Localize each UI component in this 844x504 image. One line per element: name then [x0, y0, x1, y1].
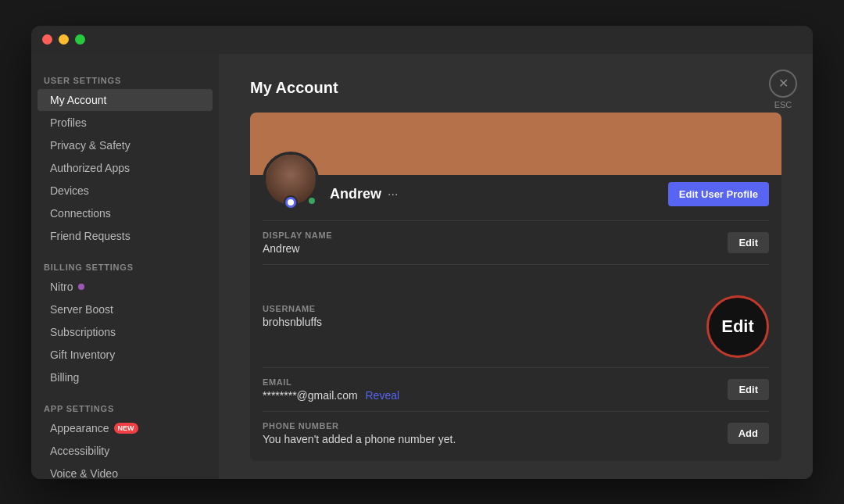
billing-settings-label: BILLING SETTINGS [31, 256, 219, 275]
field-content-username: USERNAME brohsnbluffs [263, 304, 706, 328]
sidebar-item-nitro[interactable]: Nitro [38, 276, 213, 298]
sidebar-item-profiles[interactable]: Profiles [38, 112, 213, 134]
field-value-username: brohsnbluffs [263, 316, 706, 328]
avatar-wrap [263, 152, 319, 208]
field-label-email: EMAIL [263, 377, 728, 387]
profile-info-row: Andrew ··· Edit User Profile [250, 175, 781, 220]
sidebar-item-label: Privacy & Safety [50, 139, 131, 152]
sidebar-item-gift-inventory[interactable]: Gift Inventory [38, 344, 213, 366]
username-display: Andrew [330, 186, 381, 202]
email-masked-value: ********@gmail.com [263, 389, 358, 402]
field-row-username: USERNAME brohsnbluffs Edit Edit [263, 264, 769, 367]
edit-user-profile-button[interactable]: Edit User Profile [668, 182, 769, 206]
sidebar-item-appearance[interactable]: Appearance NEW [38, 417, 213, 439]
field-content-email: EMAIL ********@gmail.com Reveal [263, 377, 728, 402]
maximize-button[interactable] [75, 34, 85, 45]
sidebar-item-devices[interactable]: Devices [38, 180, 213, 202]
nitro-dot-icon [78, 284, 84, 290]
field-value-display-name: Andrew [263, 242, 728, 255]
field-row-display-name: DISPLAY NAME Andrew Edit [263, 220, 769, 264]
titlebar [31, 26, 813, 54]
new-badge: NEW [114, 423, 138, 434]
reveal-email-link[interactable]: Reveal [365, 389, 399, 402]
app-settings-label: APP SETTINGS [31, 398, 219, 416]
sidebar-item-friend-requests[interactable]: Friend Requests [38, 225, 213, 247]
edit-display-name-button[interactable]: Edit [728, 232, 769, 253]
sidebar-item-label: Connections [50, 207, 111, 220]
sidebar-item-label: My Account [50, 94, 106, 106]
online-status-dot [306, 195, 317, 206]
username-row: Andrew ··· Edit User Profile [330, 182, 769, 206]
edit-email-button[interactable]: Edit [728, 379, 769, 400]
username-edit-circle-highlight: Edit [706, 295, 769, 358]
close-button[interactable] [42, 34, 52, 45]
content-area: ✕ ESC My Account [219, 54, 813, 479]
username-edit-label[interactable]: Edit [721, 316, 754, 337]
sidebar-item-label: Gift Inventory [50, 349, 115, 361]
sidebar-item-authorized-apps[interactable]: Authorized Apps [38, 157, 213, 179]
field-row-phone: PHONE NUMBER You haven't added a phone n… [263, 411, 769, 455]
profile-fields: DISPLAY NAME Andrew Edit USERNAME brohsn… [250, 220, 781, 461]
sidebar-item-privacy-safety[interactable]: Privacy & Safety [38, 134, 213, 156]
sidebar-item-label: Accessibility [50, 445, 109, 457]
nitro-badge-inner [288, 199, 294, 206]
sidebar-item-label: Nitro [50, 281, 73, 293]
sidebar-item-subscriptions[interactable]: Subscriptions [38, 321, 213, 343]
profile-banner [250, 113, 781, 175]
sidebar-item-server-boost[interactable]: Server Boost [38, 298, 213, 320]
sidebar-item-voice-video[interactable]: Voice & Video [38, 463, 213, 479]
field-label-phone: PHONE NUMBER [263, 421, 728, 431]
field-value-phone: You haven't added a phone number yet. [263, 433, 728, 445]
profile-card: Andrew ··· Edit User Profile DISPLAY NAM… [250, 113, 781, 461]
traffic-lights [42, 34, 85, 45]
field-label-username: USERNAME [263, 304, 706, 313]
sidebar-item-label: Friend Requests [50, 230, 131, 242]
sidebar-item-label: Billing [50, 371, 79, 384]
nitro-badge-icon [284, 195, 298, 209]
page-title: My Account [250, 79, 781, 97]
sidebar: USER SETTINGS My Account Profiles Privac… [31, 54, 219, 479]
sidebar-item-label: Subscriptions [50, 326, 116, 338]
add-phone-button[interactable]: Add [728, 423, 769, 444]
sidebar-item-accessibility[interactable]: Accessibility [38, 440, 213, 462]
sidebar-item-label: Devices [50, 184, 89, 197]
sidebar-item-label: Appearance [50, 422, 109, 434]
minimize-button[interactable] [59, 34, 69, 45]
sidebar-item-my-account[interactable]: My Account [38, 89, 213, 111]
sidebar-item-label: Voice & Video [50, 467, 118, 479]
sidebar-item-label: Profiles [50, 116, 87, 129]
sidebar-item-connections[interactable]: Connections [38, 202, 213, 224]
field-value-email: ********@gmail.com Reveal [263, 389, 728, 402]
sidebar-item-billing[interactable]: Billing [38, 366, 213, 388]
field-content-phone: PHONE NUMBER You haven't added a phone n… [263, 421, 728, 445]
esc-label: ESC [774, 100, 792, 109]
field-content-display-name: DISPLAY NAME Andrew [263, 231, 728, 255]
esc-button[interactable]: ✕ ESC [769, 70, 797, 109]
field-row-email: EMAIL ********@gmail.com Reveal Edit [263, 367, 769, 411]
app-window: USER SETTINGS My Account Profiles Privac… [31, 26, 813, 479]
user-settings-label: USER SETTINGS [31, 70, 219, 88]
sidebar-item-label: Server Boost [50, 303, 113, 316]
sidebar-item-label: Authorized Apps [50, 162, 130, 174]
more-options-button[interactable]: ··· [388, 188, 398, 202]
esc-circle-icon: ✕ [769, 70, 797, 98]
field-label-display-name: DISPLAY NAME [263, 231, 728, 240]
main-layout: USER SETTINGS My Account Profiles Privac… [31, 54, 813, 479]
